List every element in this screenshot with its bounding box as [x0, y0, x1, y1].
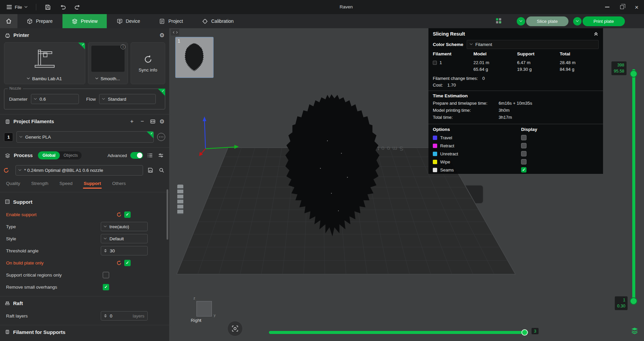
retract-display-checkbox[interactable] [521, 143, 526, 148]
plate-list-button[interactable] [495, 17, 503, 25]
spinner-arrows-icon[interactable] [104, 314, 107, 318]
reset-setting-icon[interactable] [116, 260, 122, 266]
printer-select-card[interactable]: ✓ Bambu Lab A1 [4, 42, 85, 84]
advanced-toggle[interactable] [130, 152, 143, 159]
printer-settings-gear-icon[interactable]: ⚙ [159, 33, 165, 38]
tab-strength[interactable]: Strength [31, 181, 48, 186]
filament-select[interactable]: Generic PLA ✓ [16, 131, 154, 143]
collapse-panel-button[interactable] [593, 31, 599, 37]
preset-modified-icon[interactable] [3, 167, 9, 174]
tab-others[interactable]: Others [112, 181, 126, 186]
layer-slider-bottom-handle[interactable] [630, 297, 637, 305]
tab-support[interactable]: Support [84, 181, 101, 186]
layers-mode-button[interactable] [630, 326, 639, 335]
save-preset-button[interactable] [147, 166, 154, 174]
options-title: Options [433, 127, 521, 132]
reset-setting-icon[interactable] [116, 212, 122, 217]
seams-display-checkbox[interactable] [521, 167, 526, 173]
raft-layers-input[interactable]: 0 layers [101, 311, 148, 321]
remove-overhangs-checkbox[interactable] [103, 284, 109, 290]
tab-device[interactable]: Device [107, 14, 149, 28]
tab-calibration[interactable]: Calibration [193, 14, 243, 28]
build-plate-only-checkbox[interactable] [124, 260, 131, 266]
remove-filament-button[interactable]: − [139, 118, 146, 125]
close-button[interactable]: × [629, 0, 644, 14]
printer-name-select[interactable]: Bambu Lab A1 [4, 73, 85, 84]
critical-regions-checkbox[interactable] [103, 272, 109, 278]
settings-list-button[interactable] [146, 152, 154, 159]
spinner-arrows-icon[interactable] [104, 249, 107, 253]
scope-global[interactable]: Global [38, 151, 60, 159]
support-style-select[interactable]: Default [101, 234, 148, 243]
enable-support-checkbox[interactable] [124, 211, 131, 218]
raven-model[interactable] [283, 93, 384, 238]
restore-button[interactable] [614, 0, 629, 14]
move-slider-track[interactable] [269, 331, 528, 334]
chevron-down-icon [104, 237, 106, 239]
color-scheme-label: Color Scheme [433, 42, 463, 47]
tab-speed[interactable]: Speed [59, 181, 73, 186]
project-icon [159, 18, 165, 25]
move-slider-handle[interactable] [521, 329, 528, 336]
wipe-display-checkbox[interactable] [521, 159, 526, 164]
chevron-down-icon [102, 97, 105, 100]
process-scope-toggle[interactable]: Global Objects [38, 151, 81, 159]
support-type-select[interactable]: tree(auto) [101, 222, 148, 231]
ams-button[interactable] [149, 118, 156, 125]
tab-preview[interactable]: Preview [62, 14, 107, 28]
filament-edit-button[interactable] [157, 133, 165, 141]
minimize-button[interactable] [600, 0, 614, 14]
layer-slider-top-handle[interactable] [630, 70, 637, 78]
scrollbar[interactable] [167, 189, 168, 240]
model-time-label: Model printing time: [433, 107, 499, 114]
threshold-angle-input[interactable]: 30 [101, 246, 148, 255]
cost-row: Cost: 1.70 [428, 83, 603, 88]
seams-label: Seams [440, 167, 454, 173]
file-menu[interactable]: File [3, 0, 31, 14]
tab-prepare[interactable]: Prepare [17, 14, 62, 28]
tune-icon [158, 152, 164, 158]
filament-slot-number[interactable]: 1 [4, 133, 13, 142]
home-button[interactable] [0, 14, 17, 28]
process-preset-select[interactable]: * 0.24mm Optimal @BBL A1 0.6 nozzle [15, 165, 143, 176]
undo-button[interactable] [56, 0, 69, 14]
tab-project[interactable]: Project [150, 14, 192, 28]
plate-type-name: Smooth... [101, 76, 120, 81]
info-icon[interactable]: i [121, 44, 126, 49]
threshold-angle-value: 30 [110, 248, 115, 253]
plate-type-select[interactable]: Smooth... [88, 73, 128, 84]
nozzle-flow-select[interactable]: Standard [99, 94, 156, 104]
camera-view-button[interactable] [227, 321, 243, 336]
sidebar-collapse-button[interactable] [171, 29, 179, 36]
slice-options-dropdown[interactable] [517, 17, 525, 26]
travel-display-checkbox[interactable] [521, 135, 526, 140]
layer-slider[interactable] [632, 69, 635, 305]
color-scheme-select[interactable]: Filament [467, 40, 599, 49]
ams-icon [150, 118, 156, 125]
move-slider[interactable] [269, 329, 528, 336]
tune-button[interactable] [157, 152, 165, 159]
scope-objects[interactable]: Objects [60, 153, 81, 158]
redo-button[interactable] [71, 0, 84, 14]
filament-settings-gear-icon[interactable]: ⚙ [159, 119, 165, 125]
prepare-cube-icon [27, 18, 33, 25]
undo-icon [59, 4, 66, 10]
tab-quality[interactable]: Quality [6, 181, 20, 186]
print-plate-button[interactable]: Print plate [583, 16, 625, 26]
sync-info-button[interactable]: Sync info [131, 42, 165, 84]
slice-plate-button[interactable]: Slice plate [526, 16, 568, 26]
layer-slider-track[interactable] [632, 69, 635, 305]
unretract-display-checkbox[interactable] [521, 151, 526, 156]
nozzle-diameter-select[interactable]: 0.6 [31, 94, 79, 104]
plate-type-card[interactable]: i Smooth... [88, 42, 128, 84]
orientation-cube[interactable]: z y x [196, 301, 212, 316]
print-options-dropdown[interactable] [573, 17, 582, 26]
nozzle-flow-value: Standard [108, 97, 126, 102]
add-filament-button[interactable]: + [128, 118, 136, 125]
display-title: Display [521, 127, 599, 132]
plate-thumbnail[interactable]: 1 [175, 37, 214, 78]
search-settings-button[interactable] [158, 166, 165, 174]
menu-icon [7, 5, 12, 9]
save-project-button[interactable] [42, 0, 54, 14]
connected-check-icon: ✓ [158, 89, 165, 96]
